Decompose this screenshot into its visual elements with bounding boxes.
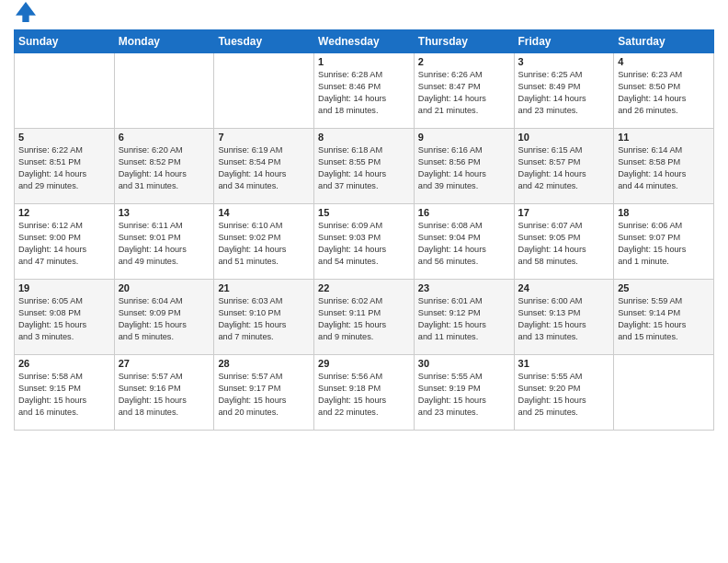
day-info: Sunrise: 6:09 AM Sunset: 9:03 PM Dayligh… <box>318 220 410 268</box>
day-number: 12 <box>18 207 110 218</box>
calendar-cell: 9Sunrise: 6:16 AM Sunset: 8:56 PM Daylig… <box>414 129 514 204</box>
day-number: 18 <box>618 207 710 218</box>
calendar-week-row: 5Sunrise: 6:22 AM Sunset: 8:51 PM Daylig… <box>15 129 714 204</box>
calendar-cell: 8Sunrise: 6:18 AM Sunset: 8:55 PM Daylig… <box>314 129 415 204</box>
calendar-week-row: 26Sunrise: 5:58 AM Sunset: 9:15 PM Dayli… <box>15 355 714 431</box>
day-info: Sunrise: 6:14 AM Sunset: 8:58 PM Dayligh… <box>618 144 710 192</box>
day-number: 3 <box>518 56 610 67</box>
day-number: 15 <box>318 207 410 218</box>
calendar-cell: 31Sunrise: 5:55 AM Sunset: 9:20 PM Dayli… <box>514 355 614 431</box>
day-number: 25 <box>618 282 710 293</box>
day-info: Sunrise: 6:16 AM Sunset: 8:56 PM Dayligh… <box>418 144 510 192</box>
day-number: 2 <box>418 56 510 67</box>
calendar-cell: 19Sunrise: 6:05 AM Sunset: 9:08 PM Dayli… <box>15 280 115 355</box>
day-info: Sunrise: 6:02 AM Sunset: 9:11 PM Dayligh… <box>318 295 410 343</box>
weekday-header-saturday: Saturday <box>614 30 714 53</box>
day-number: 20 <box>119 282 210 293</box>
day-number: 21 <box>218 282 310 293</box>
day-info: Sunrise: 5:56 AM Sunset: 9:18 PM Dayligh… <box>318 371 410 419</box>
weekday-header-friday: Friday <box>514 30 614 53</box>
day-number: 6 <box>119 132 210 143</box>
day-number: 7 <box>218 132 310 143</box>
day-info: Sunrise: 6:03 AM Sunset: 9:10 PM Dayligh… <box>218 295 310 343</box>
calendar-cell: 11Sunrise: 6:14 AM Sunset: 8:58 PM Dayli… <box>614 129 714 204</box>
calendar-cell: 30Sunrise: 5:55 AM Sunset: 9:19 PM Dayli… <box>414 355 514 431</box>
calendar-cell: 10Sunrise: 6:15 AM Sunset: 8:57 PM Dayli… <box>514 129 614 204</box>
calendar-cell: 20Sunrise: 6:04 AM Sunset: 9:09 PM Dayli… <box>114 280 214 355</box>
day-number: 9 <box>418 132 510 143</box>
day-info: Sunrise: 6:10 AM Sunset: 9:02 PM Dayligh… <box>218 220 310 268</box>
day-info: Sunrise: 6:25 AM Sunset: 8:49 PM Dayligh… <box>518 69 610 117</box>
day-number: 27 <box>119 358 210 369</box>
logo-icon <box>16 2 36 22</box>
calendar-cell <box>15 53 115 129</box>
day-info: Sunrise: 5:55 AM Sunset: 9:20 PM Dayligh… <box>518 371 610 419</box>
day-info: Sunrise: 5:57 AM Sunset: 9:16 PM Dayligh… <box>119 371 210 419</box>
day-number: 1 <box>318 56 410 67</box>
calendar-cell: 18Sunrise: 6:06 AM Sunset: 9:07 PM Dayli… <box>614 204 714 280</box>
header <box>14 9 714 22</box>
day-number: 11 <box>618 132 710 143</box>
calendar-week-row: 12Sunrise: 6:12 AM Sunset: 9:00 PM Dayli… <box>15 204 714 280</box>
calendar-cell: 12Sunrise: 6:12 AM Sunset: 9:00 PM Dayli… <box>15 204 115 280</box>
calendar-cell: 14Sunrise: 6:10 AM Sunset: 9:02 PM Dayli… <box>214 204 314 280</box>
day-info: Sunrise: 6:12 AM Sunset: 9:00 PM Dayligh… <box>18 220 110 268</box>
calendar-cell: 25Sunrise: 5:59 AM Sunset: 9:14 PM Dayli… <box>614 280 714 355</box>
day-info: Sunrise: 6:08 AM Sunset: 9:04 PM Dayligh… <box>418 220 510 268</box>
day-info: Sunrise: 6:06 AM Sunset: 9:07 PM Dayligh… <box>618 220 710 268</box>
svg-marker-0 <box>16 2 36 22</box>
day-number: 28 <box>218 358 310 369</box>
calendar-cell: 5Sunrise: 6:22 AM Sunset: 8:51 PM Daylig… <box>15 129 115 204</box>
logo <box>14 9 36 22</box>
day-info: Sunrise: 5:59 AM Sunset: 9:14 PM Dayligh… <box>618 295 710 343</box>
day-number: 5 <box>18 132 110 143</box>
day-number: 24 <box>518 282 610 293</box>
calendar-cell: 28Sunrise: 5:57 AM Sunset: 9:17 PM Dayli… <box>214 355 314 431</box>
calendar-cell: 23Sunrise: 6:01 AM Sunset: 9:12 PM Dayli… <box>414 280 514 355</box>
day-number: 10 <box>518 132 610 143</box>
day-info: Sunrise: 6:05 AM Sunset: 9:08 PM Dayligh… <box>18 295 110 343</box>
day-number: 29 <box>318 358 410 369</box>
calendar-week-row: 1Sunrise: 6:28 AM Sunset: 8:46 PM Daylig… <box>15 53 714 129</box>
calendar-table: SundayMondayTuesdayWednesdayThursdayFrid… <box>14 29 714 431</box>
calendar-cell: 27Sunrise: 5:57 AM Sunset: 9:16 PM Dayli… <box>114 355 214 431</box>
calendar-cell: 1Sunrise: 6:28 AM Sunset: 8:46 PM Daylig… <box>314 53 415 129</box>
calendar-header-row: SundayMondayTuesdayWednesdayThursdayFrid… <box>15 30 714 53</box>
calendar-cell: 7Sunrise: 6:19 AM Sunset: 8:54 PM Daylig… <box>214 129 314 204</box>
day-info: Sunrise: 5:57 AM Sunset: 9:17 PM Dayligh… <box>218 371 310 419</box>
calendar-cell: 22Sunrise: 6:02 AM Sunset: 9:11 PM Dayli… <box>314 280 415 355</box>
weekday-header-monday: Monday <box>114 30 214 53</box>
day-info: Sunrise: 6:07 AM Sunset: 9:05 PM Dayligh… <box>518 220 610 268</box>
day-number: 23 <box>418 282 510 293</box>
day-info: Sunrise: 6:28 AM Sunset: 8:46 PM Dayligh… <box>318 69 410 117</box>
weekday-header-sunday: Sunday <box>15 30 115 53</box>
calendar-cell: 21Sunrise: 6:03 AM Sunset: 9:10 PM Dayli… <box>214 280 314 355</box>
day-info: Sunrise: 6:18 AM Sunset: 8:55 PM Dayligh… <box>318 144 410 192</box>
day-info: Sunrise: 6:20 AM Sunset: 8:52 PM Dayligh… <box>119 144 210 192</box>
day-info: Sunrise: 6:01 AM Sunset: 9:12 PM Dayligh… <box>418 295 510 343</box>
calendar-cell: 15Sunrise: 6:09 AM Sunset: 9:03 PM Dayli… <box>314 204 415 280</box>
day-info: Sunrise: 6:15 AM Sunset: 8:57 PM Dayligh… <box>518 144 610 192</box>
calendar-cell: 26Sunrise: 5:58 AM Sunset: 9:15 PM Dayli… <box>15 355 115 431</box>
day-info: Sunrise: 6:26 AM Sunset: 8:47 PM Dayligh… <box>418 69 510 117</box>
day-number: 30 <box>418 358 510 369</box>
day-number: 22 <box>318 282 410 293</box>
day-number: 16 <box>418 207 510 218</box>
calendar-cell: 29Sunrise: 5:56 AM Sunset: 9:18 PM Dayli… <box>314 355 415 431</box>
calendar-cell <box>214 53 314 129</box>
calendar-week-row: 19Sunrise: 6:05 AM Sunset: 9:08 PM Dayli… <box>15 280 714 355</box>
day-info: Sunrise: 6:04 AM Sunset: 9:09 PM Dayligh… <box>119 295 210 343</box>
weekday-header-wednesday: Wednesday <box>314 30 415 53</box>
day-number: 17 <box>518 207 610 218</box>
day-info: Sunrise: 5:55 AM Sunset: 9:19 PM Dayligh… <box>418 371 510 419</box>
day-number: 13 <box>119 207 210 218</box>
day-number: 14 <box>218 207 310 218</box>
calendar-cell <box>614 355 714 431</box>
day-number: 26 <box>18 358 110 369</box>
weekday-header-tuesday: Tuesday <box>214 30 314 53</box>
weekday-header-thursday: Thursday <box>414 30 514 53</box>
day-number: 19 <box>18 282 110 293</box>
day-info: Sunrise: 6:19 AM Sunset: 8:54 PM Dayligh… <box>218 144 310 192</box>
day-number: 31 <box>518 358 610 369</box>
page: SundayMondayTuesdayWednesdayThursdayFrid… <box>0 0 728 563</box>
